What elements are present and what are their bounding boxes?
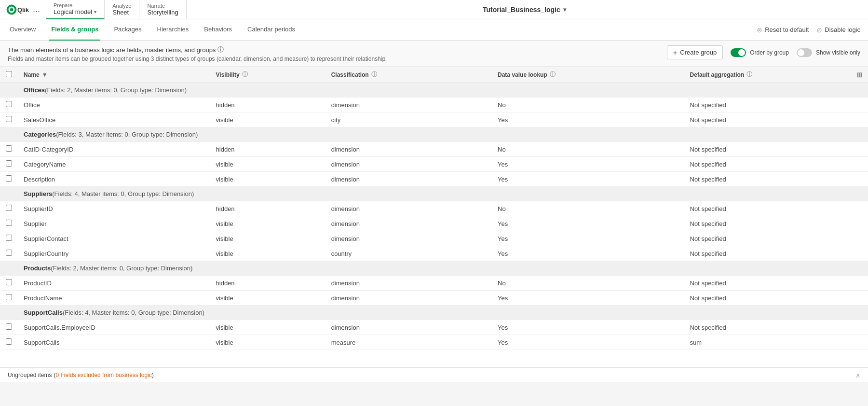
- table-row[interactable]: Office hidden dimension No Not specified: [0, 98, 868, 112]
- bottom-chevron-up-icon[interactable]: ∧: [855, 371, 860, 379]
- row-checkbox[interactable]: [6, 338, 12, 345]
- row-name: SupplierContact: [18, 231, 210, 246]
- row-checkbox[interactable]: [6, 235, 12, 241]
- name-filter-icon[interactable]: ▼: [42, 71, 48, 78]
- reset-to-default-button[interactable]: ⊗ Reset to default: [757, 26, 809, 34]
- tab-overview[interactable]: Overview: [8, 19, 38, 41]
- row-lookup: Yes: [492, 246, 684, 261]
- ungrouped-count-link[interactable]: 0 Fields excluded from business logic: [55, 372, 151, 378]
- create-group-button[interactable]: + Create group: [667, 45, 723, 59]
- group-checkbox-cell: [0, 187, 18, 201]
- group-row[interactable]: Suppliers(Fields: 4, Master items: 0, Gr…: [0, 187, 868, 201]
- prepare-nav[interactable]: Prepare Logical model ▾: [46, 0, 105, 19]
- table-row[interactable]: Description visible dimension Yes Not sp…: [0, 172, 868, 187]
- table-row[interactable]: Supplier visible dimension Yes Not speci…: [0, 216, 868, 231]
- bottom-bar: Ungrouped items ( 0 Fields excluded from…: [0, 367, 868, 382]
- row-actions: [851, 231, 868, 246]
- row-checkbox-cell: [0, 291, 18, 306]
- col-lookup: Data value lookup ⓘ: [492, 67, 684, 83]
- row-visibility: visible: [210, 335, 326, 350]
- analyze-nav[interactable]: Analyze Sheet: [105, 0, 139, 19]
- row-checkbox[interactable]: [6, 220, 12, 226]
- group-row[interactable]: Categories(Fields: 3, Master items: 0, G…: [0, 127, 868, 142]
- group-row[interactable]: Products(Fields: 2, Master items: 0, Gro…: [0, 261, 868, 276]
- tab-calendar-periods[interactable]: Calendar periods: [245, 19, 297, 41]
- show-visible-only-toggle[interactable]: [797, 48, 812, 57]
- classification-info-icon[interactable]: ⓘ: [371, 70, 377, 79]
- row-checkbox[interactable]: [6, 250, 12, 256]
- lookup-info-icon[interactable]: ⓘ: [550, 70, 556, 79]
- table-container: Name ▼ Visibility ⓘ Classification ⓘ: [0, 67, 868, 367]
- row-checkbox[interactable]: [6, 175, 12, 182]
- aggregation-info-icon[interactable]: ⓘ: [746, 70, 752, 79]
- row-visibility: hidden: [210, 201, 326, 216]
- row-aggregation: Not specified: [684, 246, 851, 261]
- ungrouped-close-paren: ): [152, 372, 154, 378]
- table-row[interactable]: SupportCalls.EmployeeID visible dimensio…: [0, 320, 868, 335]
- group-row[interactable]: SupportCalls(Fields: 4, Master items: 0,…: [0, 306, 868, 320]
- table-row[interactable]: SupplierCountry visible country Yes Not …: [0, 246, 868, 261]
- prepare-label: Prepare: [54, 2, 96, 8]
- row-aggregation: Not specified: [684, 112, 851, 127]
- row-checkbox[interactable]: [6, 101, 12, 107]
- tab-fields-groups[interactable]: Fields & groups: [49, 19, 100, 41]
- row-checkbox[interactable]: [6, 323, 12, 330]
- help-icon[interactable]: ⓘ: [217, 45, 224, 54]
- row-actions: [851, 201, 868, 216]
- desc-sub: Fields and master items can be grouped t…: [8, 56, 385, 62]
- disable-logic-button[interactable]: ⊘ Disable logic: [816, 26, 860, 34]
- table-row[interactable]: ProductName visible dimension Yes Not sp…: [0, 291, 868, 306]
- row-classification: dimension: [326, 157, 492, 172]
- row-visibility: visible: [210, 216, 326, 231]
- tab-hierarchies[interactable]: Hierarchies: [155, 19, 191, 41]
- row-actions: [851, 335, 868, 350]
- qlik-logo[interactable]: Qlik: [6, 4, 29, 15]
- visibility-info-icon[interactable]: ⓘ: [242, 70, 248, 79]
- row-actions: [851, 112, 868, 127]
- row-aggregation: Not specified: [684, 157, 851, 172]
- row-actions: [851, 276, 868, 291]
- toggle-knob2: [798, 49, 804, 56]
- more-options-button[interactable]: ...: [33, 4, 40, 14]
- row-checkbox[interactable]: [6, 294, 12, 300]
- data-table: Name ▼ Visibility ⓘ Classification ⓘ: [0, 67, 868, 350]
- table-row[interactable]: SupportCalls visible measure Yes sum: [0, 335, 868, 350]
- row-checkbox[interactable]: [6, 116, 12, 122]
- app-title[interactable]: Tutorial_Business_logic ▾: [483, 6, 566, 14]
- table-row[interactable]: SupplierID hidden dimension No Not speci…: [0, 201, 868, 216]
- narrate-nav[interactable]: Narrate Storytelling: [139, 0, 186, 19]
- tab-behaviors[interactable]: Behaviors: [202, 19, 234, 41]
- row-classification: measure: [326, 335, 492, 350]
- row-actions: [851, 157, 868, 172]
- row-aggregation: Not specified: [684, 291, 851, 306]
- row-lookup: Yes: [492, 335, 684, 350]
- row-checkbox-cell: [0, 335, 18, 350]
- row-visibility: hidden: [210, 142, 326, 157]
- row-checkbox[interactable]: [6, 145, 12, 152]
- table-row[interactable]: CategoryName visible dimension Yes Not s…: [0, 157, 868, 172]
- row-checkbox-cell: [0, 246, 18, 261]
- row-checkbox[interactable]: [6, 160, 12, 167]
- row-name: Office: [18, 98, 210, 112]
- prepare-value: Logical model ▾: [54, 8, 96, 15]
- grid-icon[interactable]: ⊞: [856, 71, 862, 79]
- group-row[interactable]: Offices(Fields: 2, Master items: 0, Grou…: [0, 83, 868, 98]
- table-row[interactable]: ProductID hidden dimension No Not specif…: [0, 276, 868, 291]
- order-by-group-toggle[interactable]: [731, 48, 746, 57]
- tab-packages[interactable]: Packages: [112, 19, 143, 41]
- row-checkbox[interactable]: [6, 279, 12, 285]
- table-row[interactable]: SalesOffice visible city Yes Not specifi…: [0, 112, 868, 127]
- table-row[interactable]: SupplierContact visible dimension Yes No…: [0, 231, 868, 246]
- row-name: ProductID: [18, 276, 210, 291]
- second-nav: Overview Fields & groups Packages Hierar…: [0, 19, 868, 41]
- select-all-checkbox[interactable]: [6, 71, 12, 77]
- row-classification: dimension: [326, 201, 492, 216]
- row-checkbox[interactable]: [6, 205, 12, 211]
- row-visibility: visible: [210, 246, 326, 261]
- analyze-label: Analyze: [112, 3, 131, 9]
- group-checkbox-cell: [0, 127, 18, 142]
- row-name: SupportCalls: [18, 335, 210, 350]
- col-visibility: Visibility ⓘ: [210, 67, 326, 83]
- table-row[interactable]: CatID-CategoryID hidden dimension No Not…: [0, 142, 868, 157]
- row-visibility: visible: [210, 291, 326, 306]
